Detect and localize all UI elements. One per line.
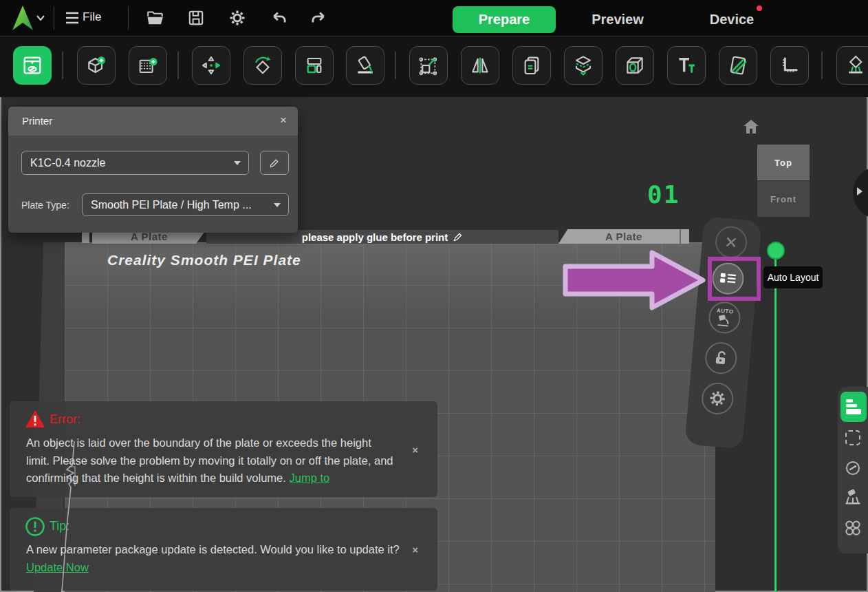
layer-slider-handle[interactable]	[767, 242, 785, 260]
tip-close-button[interactable]: ×	[412, 544, 418, 556]
chevron-down-icon	[234, 161, 241, 165]
tool-auto-arrange[interactable]	[295, 46, 334, 85]
group-apps-button[interactable]	[844, 519, 862, 537]
lay-on-face-icon	[354, 54, 376, 76]
add-model-icon	[85, 54, 107, 76]
tip-label: Tip:	[50, 519, 69, 533]
error-close-button[interactable]: ×	[412, 444, 418, 456]
folder-open-icon[interactable]	[146, 10, 165, 26]
printer-panel-title: Printer	[22, 115, 52, 127]
tip-message: A new parameter package update is detect…	[26, 541, 409, 576]
lock-button[interactable]	[704, 341, 738, 375]
group-apps-icon	[844, 519, 862, 537]
toolbar-divider	[62, 52, 63, 79]
auto-orient-icon	[715, 314, 733, 327]
printer-select[interactable]: K1C-0.4 nozzle	[21, 151, 249, 175]
topbar-divider	[128, 6, 129, 30]
error-notification: Error: An object is laid over the bounda…	[10, 401, 437, 497]
printer-panel: Printer × K1C-0.4 nozzle Plate Type: Smo…	[8, 107, 298, 233]
toolbar-divider	[177, 52, 179, 79]
gear-icon	[708, 389, 727, 408]
tool-add-plate[interactable]	[129, 46, 167, 85]
tool-split[interactable]	[564, 46, 603, 85]
update-now-link[interactable]: Update Now	[26, 561, 89, 573]
layer-slider-track[interactable]	[774, 242, 777, 592]
tool-paint[interactable]	[719, 46, 757, 85]
plate-tab-right[interactable]: A Plate	[558, 229, 689, 244]
tool-prepare-plate[interactable]	[13, 46, 52, 85]
object-list-button[interactable]	[840, 392, 867, 422]
plate-type-select[interactable]: Smooth PEI Plate / High Temp ...	[82, 193, 289, 216]
support-view-button[interactable]	[844, 489, 862, 507]
marquee-select-button[interactable]	[844, 429, 862, 447]
measure-icon	[779, 54, 801, 76]
viewcube-top-button[interactable]: Top	[757, 145, 810, 180]
tool-move[interactable]	[192, 46, 230, 85]
home-view-icon[interactable]	[743, 119, 759, 134]
tool-rotate[interactable]	[243, 46, 282, 85]
redo-icon[interactable]	[310, 10, 327, 25]
tool-text[interactable]	[667, 46, 706, 85]
highlight-rectangle	[708, 257, 761, 301]
marquee-select-icon	[845, 430, 860, 445]
gauge-icon	[845, 460, 861, 476]
main-toolbar	[0, 36, 868, 97]
toolbar-divider	[821, 52, 823, 79]
gauge-button[interactable]	[844, 459, 862, 477]
tool-scale[interactable]	[409, 46, 448, 85]
expand-arrow-icon	[857, 187, 862, 195]
tab-preview[interactable]: Preview	[576, 6, 659, 33]
close-icon	[724, 235, 739, 250]
plate-settings-button[interactable]	[700, 381, 735, 416]
creality-logo[interactable]	[11, 4, 34, 32]
error-label: Error:	[50, 412, 80, 427]
undo-icon[interactable]	[270, 10, 288, 25]
auto-arrange-icon	[303, 54, 325, 76]
error-triangle-icon	[25, 410, 45, 429]
tool-measure[interactable]	[770, 46, 809, 85]
text-tool-icon	[675, 54, 697, 76]
plate-type-label: Plate Type:	[21, 200, 69, 211]
object-list-icon	[845, 397, 862, 416]
tip-notification: Tip: A new parameter package update is d…	[10, 508, 437, 591]
error-message: An object is laid over the boundary of t…	[26, 434, 398, 487]
split-icon	[572, 54, 594, 76]
titlebar: File Prepare Preview Device	[0, 0, 868, 36]
rotate-icon	[252, 54, 274, 76]
toolbar-divider	[395, 52, 396, 79]
settings-gear-icon[interactable]	[228, 9, 246, 27]
support-view-icon	[844, 489, 862, 507]
mirror-icon	[469, 54, 491, 76]
prepare-plate-icon	[21, 54, 43, 76]
creality-print-window: A Plate please apply glue before print A…	[0, 0, 868, 592]
plate-surface-name: Creality Smooth PEI Plate	[107, 252, 301, 268]
tool-clone[interactable]	[512, 46, 551, 85]
save-icon[interactable]	[187, 9, 205, 27]
tool-mirror[interactable]	[461, 46, 499, 85]
tool-lay-on-face[interactable]	[346, 46, 384, 85]
chevron-down-icon	[274, 203, 281, 207]
scale-icon	[417, 54, 440, 76]
edit-printer-button[interactable]	[260, 151, 289, 175]
glue-pen-icon	[453, 232, 463, 242]
paint-icon	[727, 54, 749, 76]
tool-support[interactable]	[836, 46, 868, 85]
support-icon	[845, 54, 867, 76]
viewcube-front-button[interactable]: Front	[757, 181, 810, 217]
tab-prepare[interactable]: Prepare	[453, 6, 556, 33]
glue-notice-text: please apply glue before print	[302, 231, 448, 243]
tool-boolean[interactable]	[616, 46, 654, 85]
lock-icon	[712, 349, 730, 367]
topbar-divider	[54, 6, 54, 30]
chevron-down-icon[interactable]	[36, 14, 45, 21]
auto-orient-button[interactable]: AUTO	[708, 301, 742, 335]
hamburger-menu-icon[interactable]	[65, 11, 80, 25]
add-plate-icon	[137, 54, 159, 76]
annotation-arrow	[561, 246, 708, 315]
file-menu[interactable]: File	[83, 10, 101, 24]
tool-add-model[interactable]	[77, 46, 116, 85]
jump-to-link[interactable]: Jump to	[289, 472, 329, 484]
move-icon	[200, 54, 222, 76]
printer-panel-close-button[interactable]: ×	[280, 114, 287, 127]
plate-close-button[interactable]	[714, 225, 748, 260]
